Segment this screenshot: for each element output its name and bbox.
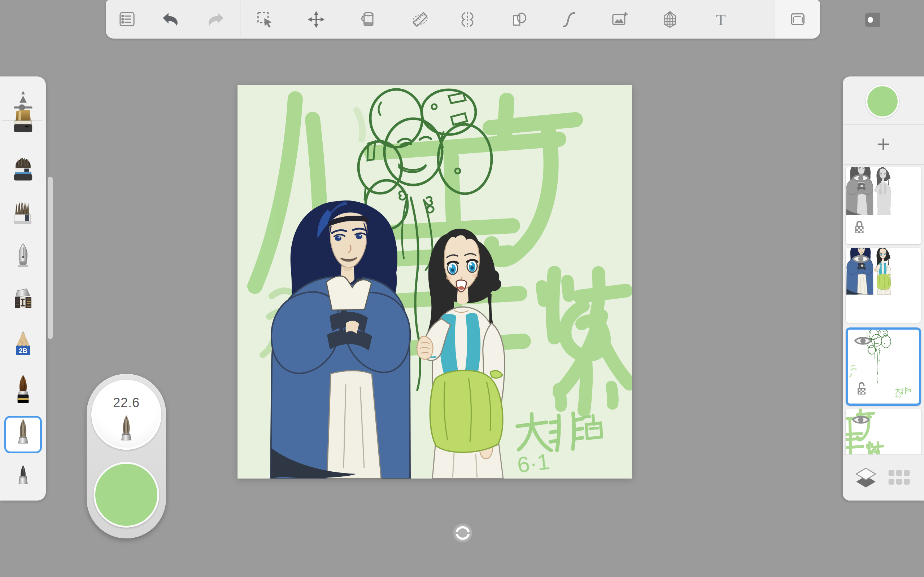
- text-icon[interactable]: T: [708, 6, 734, 33]
- move-icon[interactable]: [303, 6, 330, 33]
- brush-size-value: 22.6: [93, 395, 160, 410]
- layer-visibility-eye-icon[interactable]: [852, 414, 869, 425]
- ruler-icon[interactable]: [407, 6, 433, 33]
- layers-stack-icon[interactable]: [855, 466, 877, 489]
- layer-visibility-eye-icon[interactable]: [852, 253, 869, 265]
- canvas-format-icon[interactable]: [784, 6, 811, 33]
- brush-chisel-marker[interactable]: [4, 284, 42, 321]
- panel-divider: [843, 164, 924, 165]
- layers-footer: [843, 455, 924, 501]
- brush-scrollbar[interactable]: [48, 177, 53, 339]
- brush-ink-nib[interactable]: [4, 240, 42, 277]
- current-color-swatch[interactable]: [94, 462, 159, 528]
- redo-icon[interactable]: [202, 6, 229, 33]
- rotate-canvas-icon[interactable]: [453, 523, 472, 543]
- pencil-grade-label: 2B: [19, 347, 27, 355]
- brush-preview-icon: [113, 410, 140, 453]
- grid-view-icon[interactable]: [888, 466, 911, 489]
- layer-row-lineart-sketch[interactable]: [846, 167, 921, 244]
- drawing-canvas[interactable]: [237, 85, 632, 479]
- text-tool-glyph: T: [716, 10, 726, 29]
- layer-row-greeting-text[interactable]: [846, 409, 921, 455]
- brush-blender[interactable]: [4, 152, 42, 189]
- layer-characters-art: [271, 200, 505, 479]
- perspective-icon[interactable]: [657, 6, 683, 33]
- symmetry-icon[interactable]: [454, 6, 481, 33]
- layer-visibility-eye-icon[interactable]: [852, 172, 869, 184]
- top-toolbar: T: [106, 0, 820, 39]
- curve-icon[interactable]: [556, 6, 582, 33]
- panel-toggle-dot: [868, 17, 873, 23]
- layers-panel: +: [843, 76, 924, 501]
- brush-fan[interactable]: [4, 196, 42, 233]
- layer-row-character-colors[interactable]: [846, 248, 921, 323]
- brush-size-popover: 22.6: [87, 374, 166, 538]
- layer-row-balloons-selected[interactable]: [846, 327, 921, 406]
- layer-visibility-eye-icon[interactable]: [855, 335, 872, 347]
- brush-sidebar: 2B: [0, 76, 46, 501]
- layer-locked-icon[interactable]: [854, 220, 865, 235]
- add-layer-button[interactable]: +: [843, 124, 924, 164]
- canvas-artwork: [237, 85, 632, 479]
- brush-fine-liner[interactable]: [4, 460, 42, 497]
- fill-bucket-icon[interactable]: [355, 6, 381, 33]
- brush-round-detail[interactable]: [4, 372, 42, 409]
- brush-size-dial[interactable]: 22.6: [91, 380, 162, 450]
- shapes-icon[interactable]: [506, 6, 533, 33]
- layers-color-swatch[interactable]: [866, 85, 899, 118]
- brush-flat-gold[interactable]: [4, 108, 42, 145]
- toolbar-separator: [241, 2, 241, 37]
- import-image-icon[interactable]: [606, 6, 633, 33]
- rect-select-icon[interactable]: [252, 6, 278, 33]
- layer-unlocked-icon[interactable]: [856, 382, 867, 396]
- layer-list-icon[interactable]: [114, 6, 141, 33]
- undo-icon[interactable]: [157, 6, 184, 33]
- brush-pencil-2b[interactable]: 2B: [4, 328, 42, 365]
- brush-watercolor[interactable]: [4, 416, 42, 453]
- panel-toggle-icon[interactable]: [865, 13, 880, 27]
